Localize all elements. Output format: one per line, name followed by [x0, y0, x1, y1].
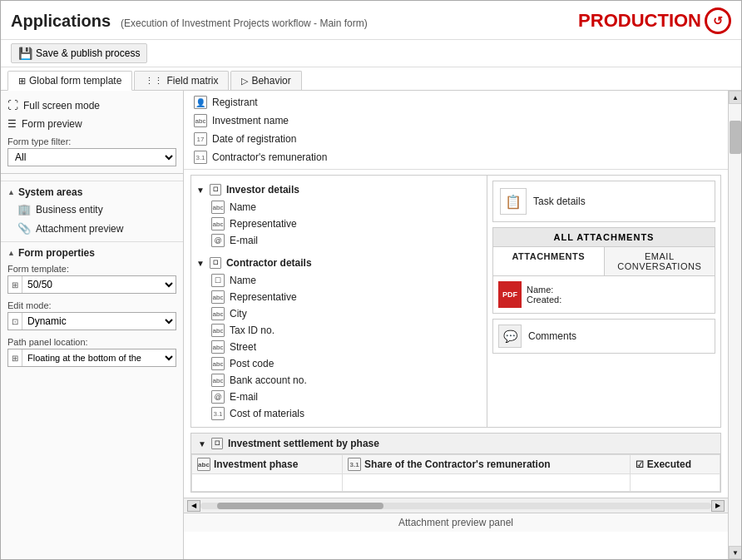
- tab-global-label: Global form template: [29, 75, 121, 87]
- attach-tab-email[interactable]: EMAIL CONVERSATIONS: [605, 247, 715, 275]
- settlement-triangle: ▼: [198, 439, 206, 448]
- global-tab-icon: ⊞: [18, 76, 26, 87]
- attach-name: Name:: [527, 285, 561, 295]
- path-panel-select-wrapper: ⊞ Floating at the bottom of the: [7, 349, 176, 367]
- edit-mode-select[interactable]: Dynamic: [22, 313, 176, 330]
- contractor-postcode-icon: abc: [211, 357, 225, 370]
- settlement-empty-row: [192, 474, 720, 492]
- vertical-scrollbar[interactable]: ▲ ▼: [728, 91, 741, 559]
- form-template-select-wrapper: ⊞ 50/50: [7, 275, 176, 294]
- left-column: ▼ ☐ Investor details abc Name abc: [191, 176, 487, 427]
- settlement-col3-header: ☑ Executed: [630, 455, 720, 474]
- investor-email-row: @ E-mail: [196, 232, 482, 249]
- investor-triangle: ▼: [196, 186, 205, 195]
- settlement-col2-header: 3.1 Share of the Contractor's remunerati…: [343, 455, 631, 474]
- investor-email-icon: @: [211, 234, 225, 247]
- attach-tab2-label: EMAIL CONVERSATIONS: [617, 251, 701, 271]
- horizontal-scrollbar[interactable]: ◀ ▶: [184, 498, 728, 513]
- contractor-street-icon: abc: [211, 340, 225, 354]
- sidebar-item-business-entity[interactable]: 🏢 Business entity: [1, 200, 183, 219]
- contractor-rep-label: Representative: [230, 291, 297, 303]
- brand: PRODUCTION ↺: [578, 7, 731, 34]
- contractor-postcode-row: abc Post code: [196, 355, 482, 372]
- fullscreen-icon: ⛶: [7, 99, 18, 112]
- contractor-name-icon: ☐: [211, 274, 225, 287]
- contractor-bank-label: Bank account no.: [230, 374, 307, 386]
- tab-global-form-template[interactable]: ⊞ Global form template: [7, 71, 132, 91]
- investor-rep-icon: abc: [211, 217, 225, 230]
- investment-settlement-header: ▼ ☐ Investment settlement by phase: [191, 434, 720, 454]
- contractor-city-label: City: [230, 308, 247, 320]
- settlement-cell3: [630, 474, 720, 492]
- task-icon: 📋: [500, 188, 527, 215]
- form-template-select[interactable]: 50/50: [22, 276, 176, 293]
- form-type-filter-select[interactable]: All: [7, 148, 176, 166]
- tabs-row: ⊞ Global form template ⋮⋮ Field matrix ▷…: [1, 67, 741, 91]
- investor-title: Investor details: [226, 184, 299, 196]
- attachments-panel: ALL ATTACHMENTS ATTACHMENTS EMAIL CONVER…: [492, 227, 715, 314]
- contractor-box-icon: ☐: [210, 257, 221, 269]
- scroll-right-button[interactable]: ▶: [711, 500, 725, 512]
- preview-bar: Attachment preview panel: [184, 513, 728, 532]
- pdf-icon: PDF: [498, 281, 522, 308]
- registrant-label: Registrant: [212, 97, 258, 108]
- contractor-details-header[interactable]: ▼ ☐ Contractor details: [196, 254, 482, 272]
- sidebar-item-form-preview[interactable]: ☰ Form preview: [1, 115, 183, 133]
- tab-field-matrix[interactable]: ⋮⋮ Field matrix: [134, 71, 229, 90]
- content-scroll[interactable]: 👤 Registrant abc Investment name 17 Date…: [184, 91, 728, 559]
- content-and-scroll: 👤 Registrant abc Investment name 17 Date…: [184, 91, 741, 559]
- all-attachments-button[interactable]: ALL ATTACHMENTS: [493, 228, 715, 247]
- edit-mode-label: Edit mode:: [7, 300, 176, 310]
- business-entity-label: Business entity: [36, 204, 103, 216]
- date-label: Date of registration: [212, 133, 296, 145]
- contractor-details-section: ▼ ☐ Contractor details ☐ Name abc: [196, 254, 482, 422]
- contractor-city-icon: abc: [211, 307, 225, 320]
- investment-name-icon: abc: [194, 114, 207, 127]
- app-title: Applications: [11, 12, 111, 31]
- path-panel-label: Path panel location:: [7, 337, 176, 347]
- field-contractor-remuneration: 3.1 Contractor's remuneration: [194, 149, 718, 166]
- investor-box-icon: ☐: [210, 184, 221, 196]
- fullscreen-label: Full screen mode: [23, 100, 100, 112]
- investment-settlement-section: ▼ ☐ Investment settlement by phase abc: [190, 433, 721, 493]
- investor-details-section: ▼ ☐ Investor details abc Name abc: [196, 181, 482, 249]
- attach-tab-attachments[interactable]: ATTACHMENTS: [493, 247, 605, 275]
- app-container: Applications (Execution of Investment Pr…: [0, 0, 742, 560]
- field-date-registration: 17 Date of registration: [194, 131, 718, 147]
- sidebar-item-fullscreen[interactable]: ⛶ Full screen mode: [1, 96, 183, 115]
- scroll-left-button[interactable]: ◀: [187, 500, 200, 512]
- attach-content: PDF Name: Created:: [493, 276, 715, 313]
- path-panel-group: Path panel location: ⊞ Floating at the b…: [1, 334, 183, 370]
- contractor-email-label: E-mail: [230, 391, 258, 403]
- two-col-section: ▼ ☐ Investor details abc Name abc: [190, 175, 721, 428]
- settlement-cell1: [192, 474, 343, 492]
- investor-email-label: E-mail: [230, 235, 258, 246]
- investor-details-header[interactable]: ▼ ☐ Investor details: [196, 181, 482, 199]
- form-type-filter-label: Form type filter:: [7, 136, 176, 146]
- attachment-preview-label: Attachment preview: [36, 223, 123, 235]
- path-panel-select[interactable]: Floating at the bottom of the: [22, 349, 176, 366]
- save-publish-button[interactable]: 💾 Save & publish process: [11, 43, 147, 63]
- scroll-down-button[interactable]: ▼: [729, 546, 741, 559]
- top-fields: 👤 Registrant abc Investment name 17 Date…: [184, 91, 728, 170]
- edit-mode-group: Edit mode: ⊡ Dynamic: [1, 297, 183, 334]
- tab-behavior[interactable]: ▷ Behavior: [230, 71, 301, 90]
- registrant-icon: 👤: [194, 96, 207, 109]
- matrix-tab-icon: ⋮⋮: [145, 76, 163, 87]
- scroll-track: [200, 503, 711, 509]
- app-subtitle: (Execution of Investment Projects workfl…: [121, 17, 368, 29]
- scroll-up-button[interactable]: ▲: [729, 91, 741, 104]
- contractor-name-label: Name: [230, 275, 256, 286]
- toolbar: 💾 Save & publish process: [1, 40, 741, 67]
- header: Applications (Execution of Investment Pr…: [1, 1, 741, 40]
- business-entity-icon: 🏢: [17, 203, 31, 216]
- col2-icon: 3.1: [348, 458, 361, 471]
- contractor-email-row: @ E-mail: [196, 389, 482, 405]
- form-type-filter-group: Form type filter: All: [1, 133, 183, 170]
- investor-name-label: Name: [230, 201, 256, 213]
- brand-text: PRODUCTION: [578, 10, 701, 32]
- form-properties-label: Form properties: [18, 247, 95, 259]
- sidebar-item-attachment-preview[interactable]: 📎 Attachment preview: [1, 219, 183, 238]
- date-icon: 17: [194, 132, 207, 146]
- remuneration-label: Contractor's remuneration: [212, 151, 327, 163]
